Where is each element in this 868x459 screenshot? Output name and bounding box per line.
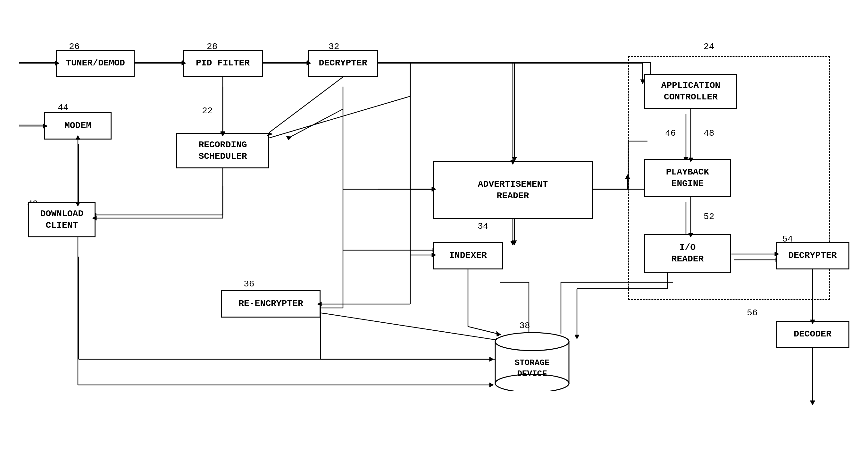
re-encrypter-box: RE-ENCRYPTER xyxy=(221,290,320,318)
advertisement-reader-box: ADVERTISEMENT READER xyxy=(433,161,593,219)
modem-box: MODEM xyxy=(44,112,112,140)
tuner-demod-box: TUNER/DEMOD xyxy=(56,50,135,77)
io-reader-box: I/O READER xyxy=(644,234,731,272)
decoder-box: DECODER xyxy=(776,321,849,348)
svg-marker-110 xyxy=(810,401,815,405)
app-controller-box: APPLICATION CONTROLLER xyxy=(644,74,737,109)
svg-point-67 xyxy=(495,333,569,351)
svg-marker-123 xyxy=(575,335,579,339)
svg-line-64 xyxy=(269,96,410,138)
decrypter2-box: DECRYPTER xyxy=(776,242,849,269)
num-56: 56 xyxy=(747,308,758,318)
playback-engine-box: PLAYBACK ENGINE xyxy=(644,159,731,197)
svg-line-14 xyxy=(288,109,343,138)
svg-line-81 xyxy=(269,77,343,133)
diagram: 26 28 32 22 44 42 18 24 46 48 52 34 36 5… xyxy=(0,0,868,459)
svg-marker-15 xyxy=(286,136,292,140)
pid-filter-box: PID FILTER xyxy=(183,50,263,77)
num-24: 24 xyxy=(704,42,714,52)
svg-marker-57 xyxy=(512,157,517,161)
download-client-box: DOWNLOAD CLIENT xyxy=(28,202,95,237)
svg-marker-31 xyxy=(810,401,815,405)
recording-scheduler-box: RECORDING SCHEDULER xyxy=(176,133,269,168)
indexer-box: INDEXER xyxy=(433,242,503,269)
num-22: 22 xyxy=(202,106,213,116)
num-34: 34 xyxy=(477,221,489,231)
svg-marker-125 xyxy=(510,241,515,246)
num-44: 44 xyxy=(58,103,69,113)
decrypter1-box: DECRYPTER xyxy=(308,50,378,77)
storage-device-cylinder: STORAGEDEVICE xyxy=(490,327,574,391)
svg-marker-54 xyxy=(512,240,517,245)
num-36: 36 xyxy=(244,279,254,289)
